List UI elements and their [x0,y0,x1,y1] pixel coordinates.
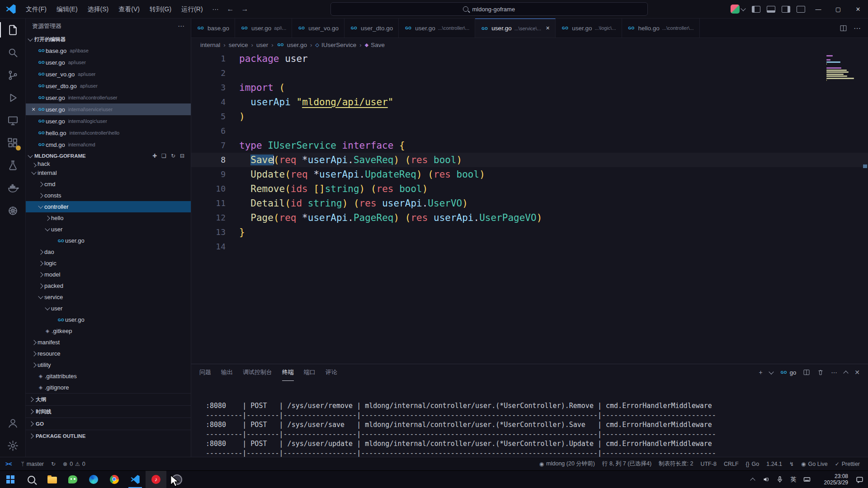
editor-tab[interactable]: GOuser.go...\controller\... [399,19,475,38]
panel-tab[interactable]: 调试控制台 [243,364,272,380]
code-line[interactable]: 14 [191,239,868,254]
accounts-icon[interactable] [0,412,25,434]
open-editor-item[interactable]: GOuser_dto.goapi\user [26,80,191,92]
code-line[interactable]: 9 Update(req *userApi.UpdateReq) (res bo… [191,167,868,182]
sidebar-more-icon[interactable]: ⋯ [178,22,184,30]
tree-item[interactable]: GOuser.go [26,314,191,325]
docker-icon[interactable] [0,177,25,199]
tree-item[interactable]: ◈.gitattributes [26,371,191,382]
status-item[interactable]: ◉Go Live [797,457,831,470]
vscode-taskbar-button[interactable] [125,471,146,488]
tree-item[interactable]: cmd [26,178,191,190]
sidebar-section[interactable]: 大纲 [26,393,191,405]
status-item[interactable]: ✓Prettier [831,457,863,470]
breadcrumb-item[interactable]: user [256,42,268,48]
panel-tab[interactable]: 评论 [326,364,337,380]
terminal-output[interactable]: :8080 | POST | /sys/user/remove | mldong… [191,380,868,457]
kubernetes-icon[interactable] [0,199,25,222]
touch-keyboard-icon[interactable] [800,471,814,488]
minimize-button[interactable]: — [808,0,828,18]
tree-item[interactable]: dao [26,246,191,258]
tree-item[interactable]: hello [26,212,191,224]
breadcrumb-item[interactable]: ◆Save [365,42,385,48]
code-line[interactable]: 1package user [191,52,868,66]
toggle-sidebar-icon[interactable] [752,6,760,13]
chrome-button[interactable] [104,471,125,488]
open-editor-item[interactable]: GOuser_vo.goapi\user [26,68,191,80]
search-view-icon[interactable] [0,41,25,64]
terminal-profile-dropdown-icon[interactable] [769,369,774,374]
tree-item[interactable]: controller [26,201,191,212]
panel-tab[interactable]: 端口 [304,364,316,380]
edge-button[interactable] [83,471,104,488]
menu-item[interactable]: 查看(V) [113,3,145,15]
volume-icon[interactable] [760,471,773,488]
tree-item[interactable]: GOuser.go [26,235,191,246]
panel-tab[interactable]: 问题 [199,364,211,380]
menu-item[interactable]: 转到(G) [145,3,176,15]
maximize-button[interactable]: ▢ [828,0,848,18]
open-editor-item[interactable]: GOuser.gointernal\controller\user [26,92,191,103]
new-terminal-icon[interactable]: + [759,369,763,376]
breadcrumb-item[interactable]: GOuser.go [277,42,307,48]
new-file-icon[interactable]: ✚ [152,153,157,159]
assistant-icon[interactable] [731,5,740,14]
open-editor-item[interactable]: GObase.goapi\base [26,45,191,56]
terminal-shell-item[interactable]: GO go [780,369,796,376]
tree-item[interactable]: model [26,269,191,280]
code-line[interactable]: 5) [191,109,868,124]
menu-item[interactable]: 文件(F) [21,3,52,15]
toggle-secondary-sidebar-icon[interactable] [782,6,790,13]
customize-layout-icon[interactable] [797,6,805,13]
status-item[interactable]: 行 8, 列 7 (已选择4) [599,457,655,470]
settings-gear-icon[interactable] [0,434,25,457]
status-item[interactable]: ◉mldong (20 分钟前) [536,457,599,470]
tree-item[interactable]: utility [26,359,191,371]
kill-terminal-icon[interactable] [817,369,824,376]
status-item[interactable]: CRLF [720,457,742,470]
refresh-icon[interactable]: ↻ [171,153,175,159]
code-line[interactable]: 2 [191,66,868,80]
menu-item[interactable]: 运行(R) [176,3,208,15]
open-editor-item[interactable]: GOhello.gointernal\controller\hello [26,127,191,139]
panel-more-icon[interactable]: ⋯ [831,369,837,376]
toggle-panel-icon[interactable] [767,6,775,13]
remote-explorer-icon[interactable] [0,109,25,131]
wechat-button[interactable] [62,471,83,488]
tree-item[interactable]: logic [26,258,191,269]
tree-item[interactable]: hack [26,161,191,167]
assistant-dropdown-icon[interactable] [741,6,745,11]
editor-more-icon[interactable]: ⋯ [854,24,861,33]
editor-tab[interactable]: GOhello.go...\controller\... [622,19,700,38]
testing-icon[interactable] [0,154,25,177]
panel-tab[interactable]: 输出 [221,364,233,380]
collapse-all-icon[interactable]: ⊟ [180,153,184,159]
code-line[interactable]: 6 [191,124,868,138]
status-item[interactable]: 1.24.1 [763,457,786,470]
open-editor-item[interactable]: GOuser.goapi\user [26,56,191,68]
menu-item[interactable]: 编辑(E) [52,3,83,15]
music-app-button[interactable]: ♪ [146,471,166,488]
notification-center-icon[interactable] [851,471,868,488]
command-search-box[interactable]: mldong-goframe [330,2,648,16]
nav-back-icon[interactable]: ← [227,5,234,13]
code-line[interactable]: 3import ( [191,80,868,95]
menu-item[interactable]: 选择(S) [83,3,114,15]
tree-item[interactable]: packed [26,280,191,291]
panel-tab[interactable]: 终端 [282,364,294,381]
editor-tab[interactable]: GOuser_vo.go [292,19,344,38]
start-button[interactable] [0,471,21,488]
new-folder-icon[interactable]: ❏ [161,153,166,159]
close-window-button[interactable]: ✕ [848,0,868,18]
split-editor-icon[interactable] [840,24,847,32]
tree-item[interactable]: service [26,291,191,303]
split-terminal-icon[interactable] [803,369,810,376]
tree-item[interactable]: ◈.gitignore [26,382,191,393]
run-debug-icon[interactable] [0,86,25,109]
tree-item[interactable]: user [26,224,191,235]
code-line[interactable]: 4 userApi "mldong/api/user" [191,95,868,109]
tree-item[interactable]: manifest [26,337,191,348]
taskbar-clock[interactable]: 23:08 2025/3/29 [814,473,851,486]
breadcrumb-item[interactable]: service [229,42,248,48]
open-editors-header[interactable]: 打开的编辑器 [26,34,191,45]
